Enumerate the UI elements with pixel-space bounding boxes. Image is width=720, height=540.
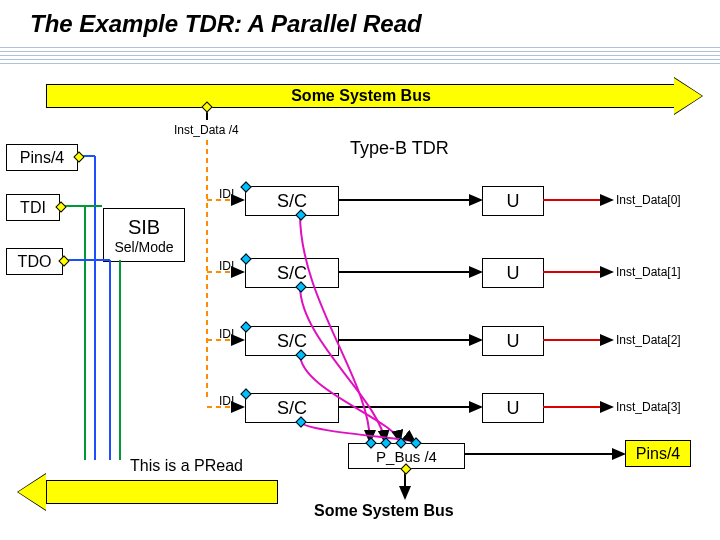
tdi-box: TDI (6, 194, 60, 221)
idi-label-0: IDI (219, 187, 234, 201)
page-title: The Example TDR: A Parallel Read (30, 10, 422, 38)
tdo-box: TDO (6, 248, 63, 275)
u-box-0: U (482, 186, 544, 216)
u-box-3: U (482, 393, 544, 423)
inst-data-2: Inst_Data[2] (616, 333, 681, 347)
idi-label-2: IDI (219, 327, 234, 341)
pread-label: This is a PRead (130, 457, 243, 475)
u-box-1: U (482, 258, 544, 288)
inst-data-0: Inst_Data[0] (616, 193, 681, 207)
top-bus-arrowhead (674, 78, 702, 114)
type-label: Type-B TDR (350, 138, 449, 159)
idi-label-3: IDI (219, 394, 234, 408)
sc-box-3: S/C (245, 393, 339, 423)
inst-data-1: Inst_Data[1] (616, 265, 681, 279)
idi-label-1: IDI (219, 259, 234, 273)
sel-mode-label: Sel/Mode (114, 240, 173, 254)
top-bus-arrow: Some System Bus (46, 84, 676, 108)
bottom-left-arrow (46, 480, 278, 504)
bottom-bus-label: Some System Bus (314, 502, 454, 520)
inst-data-3: Inst_Data[3] (616, 400, 681, 414)
inst-data-bus-label: Inst_Data /4 (174, 123, 239, 137)
u-box-2: U (482, 326, 544, 356)
pins-right-box: Pins/4 (625, 440, 691, 467)
top-bus-label: Some System Bus (291, 87, 431, 105)
header-rules (0, 44, 720, 67)
sib-box: SIB Sel/Mode (103, 208, 185, 262)
sc-box-0: S/C (245, 186, 339, 216)
bottom-left-arrowhead (18, 474, 46, 510)
sc-box-1: S/C (245, 258, 339, 288)
pins-left-box: Pins/4 (6, 144, 78, 171)
sib-label: SIB (128, 217, 160, 237)
sc-box-2: S/C (245, 326, 339, 356)
